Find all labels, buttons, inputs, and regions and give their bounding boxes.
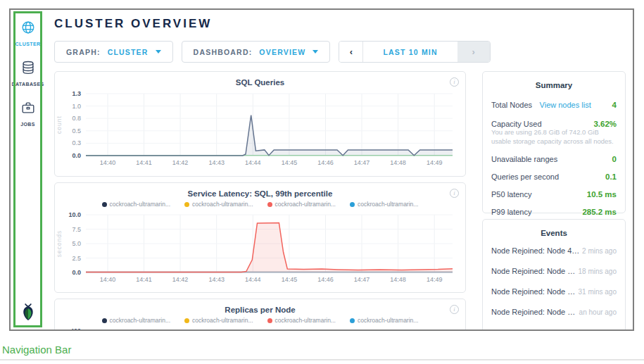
- page-title: CLUSTER OVERVIEW: [54, 17, 626, 31]
- dashboard-dropdown-value: OVERVIEW: [259, 48, 305, 56]
- summary-value: 0: [612, 155, 617, 163]
- svg-text:14:45: 14:45: [282, 276, 298, 283]
- legend-dot: [267, 318, 272, 323]
- svg-text:0.0: 0.0: [72, 269, 81, 276]
- svg-text:14:48: 14:48: [390, 159, 406, 166]
- sidebar-item-databases[interactable]: DATABASES: [11, 60, 45, 87]
- legend-item[interactable]: cockroach-ultramarin...: [267, 201, 336, 208]
- svg-text:400: 400: [70, 327, 81, 330]
- svg-text:14:40: 14:40: [100, 276, 116, 283]
- chevron-down-icon: [312, 50, 318, 54]
- view-nodes-list-link[interactable]: View nodes list: [540, 101, 591, 109]
- chart-legend: cockroach-ultramarin...cockroach-ultrama…: [55, 317, 465, 324]
- info-icon[interactable]: i: [450, 77, 459, 87]
- svg-text:14:41: 14:41: [136, 159, 152, 166]
- app-window: CLUSTER DATABASES: [9, 8, 634, 331]
- summary-value: 0.1: [605, 172, 617, 181]
- legend-dot: [102, 202, 107, 207]
- legend-item[interactable]: cockroach-ultramarin...: [102, 201, 170, 208]
- time-prev-button[interactable]: ‹: [339, 42, 363, 62]
- sql-queries-chart[interactable]: 14:4014:4114:4214:4314:4414:4514:4614:47…: [55, 88, 464, 168]
- event-text: Node Rejoined: Node 4 rej...: [491, 246, 581, 255]
- summary-row-p99: P99 latency 285.2 ms: [491, 202, 617, 220]
- svg-text:14:45: 14:45: [282, 159, 298, 166]
- svg-text:2.5: 2.5: [72, 255, 81, 262]
- svg-text:14:44: 14:44: [245, 159, 261, 166]
- summary-label: Total Nodes: [491, 101, 532, 109]
- database-icon: [20, 60, 36, 78]
- time-range-value[interactable]: LAST 10 MIN: [363, 42, 457, 62]
- navigation-bar-caption: Navigation Bar: [2, 344, 71, 356]
- time-next-button[interactable]: ›: [457, 42, 490, 62]
- chart-legend: cockroach-ultramarin...cockroach-ultrama…: [55, 201, 465, 208]
- summary-label: Queries per second: [491, 172, 559, 181]
- legend-dot: [102, 318, 107, 323]
- svg-text:14:48: 14:48: [390, 276, 406, 283]
- event-time: 31 mins ago: [579, 288, 617, 296]
- legend-item[interactable]: cockroach-ultramarin...: [184, 201, 253, 208]
- capacity-description: You are using 26.8 GiB of 742.0 GiB usab…: [491, 128, 617, 149]
- summary-label: P99 latency: [491, 208, 531, 216]
- event-time: 18 mins ago: [579, 268, 617, 275]
- summary-row-p50: P50 latency 10.5 ms: [491, 184, 617, 202]
- event-time: 2 mins ago: [582, 247, 617, 255]
- briefcase-icon: [20, 100, 36, 118]
- legend-item[interactable]: cockroach-ultramarin...: [184, 317, 253, 324]
- dashboard-dropdown-label: DASHBOARD:: [194, 48, 253, 56]
- nav-items: CLUSTER DATABASES: [11, 10, 45, 140]
- svg-text:0.5: 0.5: [72, 127, 81, 134]
- chart-title: Replicas per Node: [55, 299, 465, 314]
- page: CLUSTER DATABASES: [0, 0, 644, 364]
- summary-value: 285.2 ms: [582, 208, 617, 216]
- cockroachdb-logo[interactable]: [11, 303, 45, 323]
- summary-title: Summary: [491, 72, 617, 92]
- event-text: Node Rejoined: Node 4 rej...: [491, 328, 579, 330]
- legend-item[interactable]: cockroach-ultramarin...: [350, 317, 418, 324]
- svg-text:14:49: 14:49: [427, 159, 443, 166]
- svg-text:14:47: 14:47: [354, 276, 370, 283]
- sidebar-item-label: CLUSTER: [15, 42, 41, 46]
- legend-dot: [184, 202, 189, 207]
- event-row: Node Rejoined: Node 4 rej... 2 mins ago: [491, 240, 617, 261]
- globe-icon: [20, 20, 36, 38]
- event-row: Node Rejoined: Node 1 rej... an hour ago: [491, 301, 617, 322]
- time-range-selector: ‹ LAST 10 MIN ›: [339, 41, 490, 63]
- event-time: an hour ago: [579, 329, 617, 330]
- page-bottom-divider: [0, 359, 644, 360]
- legend-item[interactable]: cockroach-ultramarin...: [267, 317, 336, 324]
- svg-text:14:46: 14:46: [317, 276, 334, 283]
- event-row: Node Rejoined: Node 3 rej... 18 mins ago: [491, 261, 617, 281]
- right-column: Summary Total Nodes View nodes list 4 Ca…: [482, 71, 626, 330]
- svg-text:14:44: 14:44: [245, 276, 261, 283]
- summary-label: Unavailable ranges: [491, 155, 557, 163]
- info-icon[interactable]: i: [450, 305, 459, 314]
- content-row: SQL Queries i 14:4014:4114:4214:4314:441…: [54, 71, 626, 330]
- service-latency-chart[interactable]: 14:4014:4114:4214:4314:4414:4514:4614:47…: [55, 209, 464, 285]
- svg-text:1.3: 1.3: [72, 90, 81, 97]
- events-title: Events: [491, 220, 617, 240]
- sidebar-item-jobs[interactable]: JOBS: [11, 100, 45, 127]
- dashboard-dropdown[interactable]: DASHBOARD: OVERVIEW: [182, 41, 331, 63]
- svg-text:1.0: 1.0: [72, 103, 81, 110]
- svg-text:0.0: 0.0: [72, 152, 81, 159]
- chart-title: Service Latency: SQL, 99th percentile: [55, 183, 465, 198]
- sidebar-item-cluster[interactable]: CLUSTER: [11, 20, 45, 46]
- sidebar-item-label: DATABASES: [11, 82, 44, 87]
- replicas-per-node-chart[interactable]: 14:4014:4114:4214:4314:4414:4514:4614:47…: [55, 325, 464, 330]
- svg-text:14:41: 14:41: [136, 276, 152, 283]
- svg-text:14:40: 14:40: [100, 159, 116, 166]
- main-content: CLUSTER OVERVIEW GRAPH: CLUSTER DASHBOAR…: [45, 10, 633, 330]
- legend-item[interactable]: cockroach-ultramarin...: [350, 201, 418, 208]
- svg-text:10.0: 10.0: [68, 211, 81, 218]
- graph-dropdown[interactable]: GRAPH: CLUSTER: [54, 41, 173, 63]
- svg-text:14:42: 14:42: [172, 159, 189, 166]
- event-text: Node Rejoined: Node 2 rej...: [491, 287, 579, 296]
- legend-item[interactable]: cockroach-ultramarin...: [102, 317, 170, 324]
- info-icon[interactable]: i: [450, 189, 459, 198]
- summary-value: 3.62%: [593, 120, 617, 128]
- toolbar: GRAPH: CLUSTER DASHBOARD: OVERVIEW ‹ LAS…: [54, 41, 626, 63]
- chart-title: SQL Queries: [55, 72, 465, 87]
- summary-row-total-nodes: Total Nodes View nodes list 4: [491, 92, 617, 114]
- svg-text:14:49: 14:49: [427, 276, 443, 283]
- summary-row-capacity: Capacity Used 3.62%: [491, 114, 617, 130]
